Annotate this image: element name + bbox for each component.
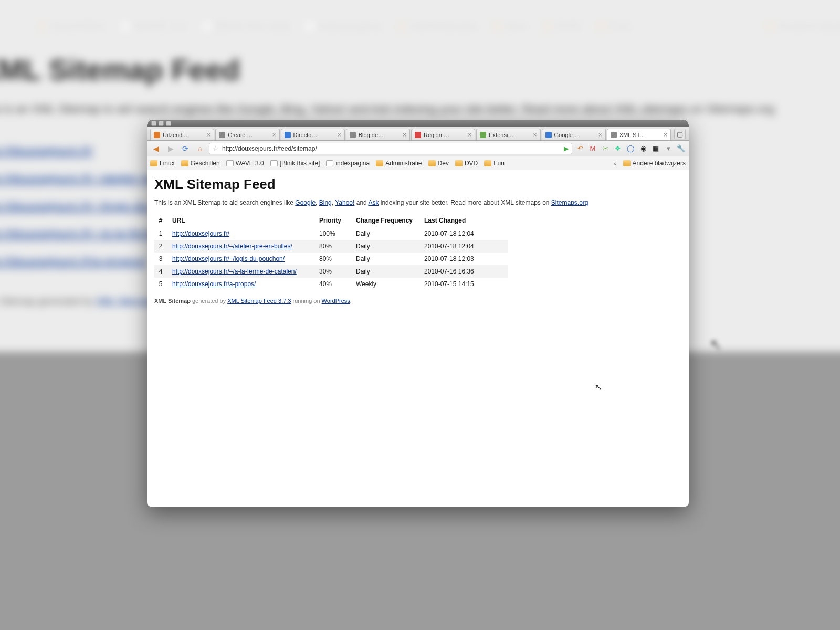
bookmark-page[interactable]: indexpagina xyxy=(326,160,370,167)
bookmark-folder[interactable]: Dev xyxy=(428,160,449,167)
sitemap-url-link[interactable]: http://douxsejours.fr/–/logis-du-pouchon… xyxy=(172,255,285,262)
bookmarks-overflow-chevron[interactable]: » xyxy=(613,160,616,166)
extension-icon[interactable]: ◯ xyxy=(626,144,635,153)
tab-close-icon[interactable]: × xyxy=(664,131,667,139)
tab-close-icon[interactable]: × xyxy=(403,131,406,139)
favicon-icon xyxy=(219,132,225,138)
browser-tab[interactable]: Directo…× xyxy=(281,129,345,140)
tab-close-icon[interactable]: × xyxy=(272,131,276,139)
bookmark-label: WAVE 3.0 xyxy=(236,160,264,167)
extension-icon[interactable]: 🔧 xyxy=(676,144,686,153)
folder-icon xyxy=(484,160,491,166)
extension-icons: ↶M✂❖◯◉▦▾🔧 xyxy=(575,144,686,153)
back-button[interactable]: ◀ xyxy=(150,143,162,154)
th-freq: Change Frequency xyxy=(356,214,424,227)
sitemap-url-link[interactable]: http://douxsejours.fr/–/a-la-ferme-de-ca… xyxy=(172,268,297,275)
extension-icon[interactable]: ❖ xyxy=(613,144,623,153)
link-bing[interactable]: Bing xyxy=(319,199,332,206)
bookmark-page[interactable]: [Blink this site] xyxy=(270,160,320,167)
extension-icon[interactable]: M xyxy=(588,144,597,153)
cell-num: 3 xyxy=(154,253,172,265)
tab-label: XML Sit… xyxy=(620,132,661,138)
cell-url: http://douxsejours.fr/a-propos/ xyxy=(172,278,319,290)
forward-button[interactable]: ▶ xyxy=(165,143,176,154)
cell-priority: 80% xyxy=(319,253,356,265)
link-wordpress[interactable]: WordPress xyxy=(322,298,350,304)
cell-num: 1 xyxy=(154,227,172,240)
tab-close-icon[interactable]: × xyxy=(533,131,537,139)
bookmark-folder[interactable]: DVD xyxy=(455,160,478,167)
bookmark-folder-other[interactable]: Andere bladwijzers xyxy=(623,160,686,167)
bookmark-label: Andere bladwijzers xyxy=(633,160,686,167)
table-row: 3http://douxsejours.fr/–/logis-du-poucho… xyxy=(154,253,508,265)
sitemap-table: # URL Priority Change Frequency Last Cha… xyxy=(154,214,508,290)
extension-icon[interactable]: ◉ xyxy=(638,144,648,153)
browser-tab[interactable]: XML Sit…× xyxy=(607,129,671,140)
cell-url: http://douxsejours.fr/ xyxy=(172,227,319,240)
reload-button[interactable]: ⟳ xyxy=(180,143,191,154)
sitemap-url-link[interactable]: http://douxsejours.fr/–/atelier-pre-en-b… xyxy=(172,243,292,250)
browser-tab[interactable]: Extensi…× xyxy=(476,129,540,140)
bookmark-label: Administratie xyxy=(385,160,422,167)
favicon-icon xyxy=(285,132,291,138)
link-yahoo[interactable]: Yahoo! xyxy=(335,199,354,206)
bookmark-page[interactable]: WAVE 3.0 xyxy=(226,160,264,167)
url-text: http://douxsejours.fr/feed/sitemap/ xyxy=(222,145,317,152)
browser-tab[interactable]: Create …× xyxy=(215,129,279,140)
table-row: 2http://douxsejours.fr/–/atelier-pre-en-… xyxy=(154,240,508,253)
window-button[interactable] xyxy=(166,121,171,126)
browser-tab[interactable]: Uitzendi…× xyxy=(150,129,214,140)
tab-label: Create … xyxy=(228,132,269,138)
folder-icon xyxy=(376,160,383,166)
sitemap-url-link[interactable]: http://douxsejours.fr/a-propos/ xyxy=(172,280,256,288)
extension-icon[interactable]: ▾ xyxy=(664,144,673,153)
bookmark-folder[interactable]: Geschillen xyxy=(181,160,220,167)
link-ask[interactable]: Ask xyxy=(368,199,379,206)
tab-label: Google … xyxy=(554,132,596,138)
link-sitemaps[interactable]: Sitemaps.org xyxy=(551,199,589,206)
cell-freq: Daily xyxy=(356,240,424,253)
tab-close-icon[interactable]: × xyxy=(598,131,602,139)
extension-icon[interactable]: ▦ xyxy=(651,144,660,153)
bookmark-folder[interactable]: Administratie xyxy=(376,160,422,167)
tab-close-icon[interactable]: × xyxy=(338,131,341,139)
cell-priority: 40% xyxy=(319,278,356,290)
home-button[interactable]: ⌂ xyxy=(194,143,206,154)
table-row: 5http://douxsejours.fr/a-propos/40%Weekl… xyxy=(154,278,508,290)
cell-priority: 80% xyxy=(319,240,356,253)
bookmark-label: Geschillen xyxy=(191,160,220,167)
nav-toolbar: ◀ ▶ ⟳ ⌂ ☆ http://douxsejours.fr/feed/sit… xyxy=(147,141,689,156)
tab-close-icon[interactable]: × xyxy=(207,131,211,139)
sitemap-url-link[interactable]: http://douxsejours.fr/ xyxy=(172,230,229,237)
tab-close-icon[interactable]: × xyxy=(468,131,471,139)
page-title: XML Sitemap Feed xyxy=(154,176,681,193)
cell-date: 2010-07-18 12:04 xyxy=(424,227,508,240)
table-row: 4http://douxsejours.fr/–/a-la-ferme-de-c… xyxy=(154,265,508,278)
url-bar[interactable]: ☆ http://douxsejours.fr/feed/sitemap/ ▶ xyxy=(209,143,572,154)
page-icon xyxy=(226,160,234,166)
bookmark-star-icon[interactable]: ☆ xyxy=(213,144,219,152)
window-titlebar[interactable] xyxy=(147,120,689,127)
cursor-icon: ↖ xyxy=(594,382,602,393)
cell-num: 2 xyxy=(154,240,172,253)
th-url: URL xyxy=(172,214,319,227)
browser-tab[interactable]: Blog de…× xyxy=(346,129,410,140)
cell-freq: Weekly xyxy=(356,278,424,290)
favicon-icon xyxy=(545,132,552,138)
extension-icon[interactable]: ✂ xyxy=(601,144,610,153)
cell-priority: 100% xyxy=(319,227,356,240)
bookmark-folder[interactable]: Linux xyxy=(150,160,175,167)
extension-icon[interactable]: ↶ xyxy=(575,144,585,153)
th-changed: Last Changed xyxy=(424,214,508,227)
bookmark-folder[interactable]: Fun xyxy=(484,160,505,167)
go-icon[interactable]: ▶ xyxy=(564,145,569,152)
link-google[interactable]: Google xyxy=(295,199,316,206)
browser-tab[interactable]: Région …× xyxy=(411,129,475,140)
cell-date: 2010-07-16 16:36 xyxy=(424,265,508,278)
new-tab-button[interactable]: ▢ xyxy=(674,129,686,139)
cell-url: http://douxsejours.fr/–/logis-du-pouchon… xyxy=(172,253,319,265)
link-plugin[interactable]: XML Sitemap Feed 3.7.3 xyxy=(227,298,291,304)
window-button[interactable] xyxy=(151,121,156,126)
window-button[interactable] xyxy=(159,121,164,126)
browser-tab[interactable]: Google …× xyxy=(542,129,606,140)
